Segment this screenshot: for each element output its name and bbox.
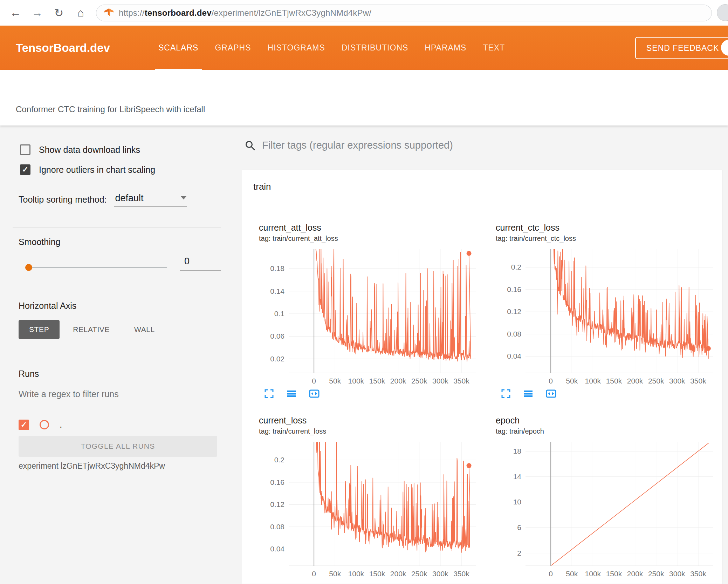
svg-text:300k: 300k xyxy=(669,570,685,578)
tab-graphs[interactable]: GRAPHS xyxy=(215,26,251,70)
toggle-all-runs-button[interactable]: TOGGLE ALL RUNS xyxy=(19,436,217,457)
forward-icon[interactable]: → xyxy=(29,6,45,19)
svg-text:250k: 250k xyxy=(411,570,427,578)
lines-icon[interactable] xyxy=(523,388,534,399)
tooltip-sorting-dropdown[interactable]: default xyxy=(114,193,187,207)
tab-histograms[interactable]: HISTOGRAMS xyxy=(268,26,325,70)
svg-text:50k: 50k xyxy=(566,377,578,385)
smoothing-label: Smoothing xyxy=(19,237,61,247)
svg-text:0.08: 0.08 xyxy=(270,523,284,531)
smoothing-slider-track[interactable] xyxy=(28,267,167,268)
svg-text:250k: 250k xyxy=(648,377,664,385)
chart-card-current-loss: current_loss tag: train/current_loss 050… xyxy=(259,415,483,579)
browser-profile-avatar[interactable] xyxy=(717,4,728,21)
divider xyxy=(13,228,221,228)
tab-distributions[interactable]: DISTRIBUTIONS xyxy=(342,26,408,70)
tab-label: HPARAMS xyxy=(425,43,466,53)
tab-label: TEXT xyxy=(483,43,505,53)
url-path: /experiment/lzGnETjwRxC3yghNMd4kPw/ xyxy=(212,8,371,18)
svg-text:0.04: 0.04 xyxy=(270,545,284,553)
fit-domain-icon[interactable] xyxy=(309,388,320,399)
svg-text:150k: 150k xyxy=(606,377,622,385)
svg-text:150k: 150k xyxy=(369,377,385,385)
check-icon: ✓ xyxy=(21,420,27,429)
search-icon xyxy=(245,140,256,151)
svg-text:350k: 350k xyxy=(453,377,469,385)
chart-plot-current-att-loss[interactable]: 050k100k150k200k250k300k350k0.020.060.10… xyxy=(259,246,483,386)
chart-card-epoch: epoch tag: train/epoch 050k100k150k200k2… xyxy=(496,415,720,579)
svg-text:350k: 350k xyxy=(690,570,706,578)
dashboard-main: train current_att_loss tag: train/curren… xyxy=(242,125,728,584)
svg-text:10: 10 xyxy=(513,498,521,506)
chart-plot-current-loss[interactable]: 050k100k150k200k250k300k350k0.040.080.12… xyxy=(259,439,483,579)
chart-title: epoch xyxy=(496,415,720,426)
svg-text:0.2: 0.2 xyxy=(274,456,284,464)
fit-domain-icon[interactable] xyxy=(545,388,557,399)
chart-card-current-att-loss: current_att_loss tag: train/current_att_… xyxy=(259,222,483,399)
tab-hparams[interactable]: HPARAMS xyxy=(425,26,466,70)
train-group-header[interactable]: train xyxy=(242,170,722,203)
svg-text:350k: 350k xyxy=(690,377,706,385)
svg-text:18: 18 xyxy=(513,447,521,455)
divider xyxy=(13,362,221,362)
svg-text:100k: 100k xyxy=(585,570,601,578)
svg-text:0.06: 0.06 xyxy=(270,332,284,340)
check-icon: ✓ xyxy=(22,165,28,174)
svg-text:250k: 250k xyxy=(411,377,427,385)
svg-text:300k: 300k xyxy=(432,570,448,578)
tag-filter-input[interactable] xyxy=(262,140,722,151)
chart-title: current_att_loss xyxy=(259,222,483,233)
svg-text:14: 14 xyxy=(513,473,522,481)
axis-wall-button[interactable]: WALL xyxy=(134,325,155,334)
chart-card-current-ctc-loss: current_ctc_loss tag: train/current_ctc_… xyxy=(496,222,720,399)
chart-tag: tag: train/current_ctc_loss xyxy=(496,235,720,243)
tab-label: GRAPHS xyxy=(215,43,251,53)
svg-text:150k: 150k xyxy=(606,570,622,578)
chart-plot-epoch[interactable]: 050k100k150k200k250k300k350k26101418 xyxy=(496,439,720,579)
svg-text:0.02: 0.02 xyxy=(270,355,284,363)
runs-filter-input[interactable] xyxy=(19,388,221,405)
ignore-outliers-checkbox[interactable]: ✓ xyxy=(20,164,30,175)
tab-scalars[interactable]: SCALARS xyxy=(158,26,198,70)
run-checkbox[interactable]: ✓ xyxy=(19,420,29,430)
refresh-icon[interactable]: ↻ xyxy=(51,6,67,20)
svg-text:300k: 300k xyxy=(669,377,685,385)
svg-text:0: 0 xyxy=(312,570,316,578)
ignore-outliers-label: Ignore outliers in chart scaling xyxy=(39,165,155,175)
axis-relative-button[interactable]: RELATIVE xyxy=(73,325,110,334)
experiment-id-caption: experiment lzGnETjwRxC3yghNMd4kPw xyxy=(19,461,165,471)
horizontal-axis-buttons: STEP RELATIVE WALL xyxy=(19,320,155,339)
run-row: ✓ . xyxy=(19,419,62,430)
svg-text:200k: 200k xyxy=(390,570,406,578)
smoothing-value-input[interactable]: 0 xyxy=(180,256,221,271)
show-download-links-checkbox[interactable] xyxy=(20,144,30,155)
url-scheme: https:// xyxy=(119,8,145,18)
svg-text:0.12: 0.12 xyxy=(507,307,521,315)
ignore-outliers-row: ✓ Ignore outliers in chart scaling xyxy=(20,164,155,175)
tab-text[interactable]: TEXT xyxy=(483,26,505,70)
lines-icon[interactable] xyxy=(286,388,297,399)
svg-text:0.16: 0.16 xyxy=(270,478,284,486)
svg-text:0: 0 xyxy=(549,377,553,385)
chart-plot-current-ctc-loss[interactable]: 050k100k150k200k250k300k350k0.040.080.12… xyxy=(496,246,720,386)
svg-text:200k: 200k xyxy=(627,570,643,578)
run-color-swatch xyxy=(40,420,49,429)
expand-icon[interactable] xyxy=(264,388,274,399)
svg-text:0.04: 0.04 xyxy=(507,352,521,360)
chart-tag: tag: train/current_att_loss xyxy=(259,235,483,243)
tag-filter-row xyxy=(242,140,722,157)
divider xyxy=(13,294,221,294)
svg-text:50k: 50k xyxy=(329,377,341,385)
tooltip-sorting-value: default xyxy=(115,193,144,203)
experiment-title: Conformer CTC training for LibriSpeech w… xyxy=(16,104,205,114)
axis-step-button[interactable]: STEP xyxy=(19,320,60,339)
browser-url-bar[interactable]: https://tensorboard.dev/experiment/lzGnE… xyxy=(96,5,712,21)
smoothing-slider-knob[interactable] xyxy=(25,264,32,271)
send-feedback-button[interactable]: SEND FEEDBACK xyxy=(635,37,728,59)
tensorboard-favicon xyxy=(104,8,114,18)
chart-tag: tag: train/epoch xyxy=(496,427,720,435)
home-icon[interactable]: ⌂ xyxy=(73,6,88,19)
back-icon[interactable]: ← xyxy=(8,6,23,19)
expand-icon[interactable] xyxy=(501,388,511,399)
svg-text:50k: 50k xyxy=(329,570,341,578)
